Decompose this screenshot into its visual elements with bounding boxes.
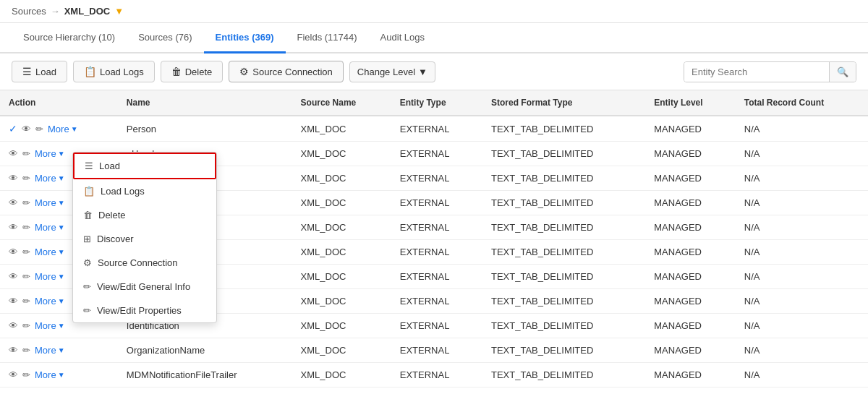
source-connection-button[interactable]: ⚙ Source Connection (229, 61, 344, 82)
search-icon[interactable]: 🔍 (829, 62, 856, 82)
view-icon[interactable]: 👁 (9, 173, 18, 184)
stored-format-cell: TEXT_TAB_DELIMITED (482, 265, 645, 289)
table-row: 👁✏More ▼MDMNotificationFileTrailerXML_DO… (0, 363, 868, 387)
view-icon[interactable]: 👁 (22, 124, 31, 134)
view-icon[interactable]: 👁 (9, 271, 18, 282)
source-name-cell: XML_DOC (292, 166, 391, 191)
entity-level-cell: MANAGED (645, 191, 735, 215)
col-name: Name (118, 90, 292, 116)
menu-view-edit-general-label: View/Edit General Info (97, 281, 190, 292)
breadcrumb-separator: → (51, 6, 60, 17)
load-button[interactable]: ☰ Load (12, 61, 67, 82)
menu-delete-label: Delete (98, 210, 126, 220)
edit-icon[interactable]: ✏ (22, 369, 30, 380)
check-icon[interactable]: ✓ (9, 123, 17, 134)
edit-icon[interactable]: ✏ (22, 345, 30, 356)
more-dropdown-button[interactable]: More ▼ (35, 296, 65, 307)
stored-format-cell: TEXT_TAB_DELIMITED (482, 191, 645, 215)
table-header-row: Action Name Source Name Entity Type Stor… (0, 90, 868, 116)
delete-label: Delete (185, 67, 213, 77)
entity-search-container: 🔍 (684, 61, 856, 82)
action-cell: ✓👁✏More ▼ (0, 116, 118, 142)
source-name-cell: XML_DOC (292, 240, 391, 265)
menu-item-view-edit-properties[interactable]: ✏ View/Edit Properties (73, 299, 216, 322)
edit-icon[interactable]: ✏ (35, 124, 43, 134)
menu-load-logs-icon: 📋 (83, 186, 95, 197)
more-dropdown-button[interactable]: More ▼ (35, 345, 65, 356)
entity-type-cell: EXTERNAL (391, 142, 482, 166)
source-name-cell: XML_DOC (292, 363, 391, 387)
menu-item-load[interactable]: ☰ Load (73, 153, 216, 179)
more-dropdown-button[interactable]: More ▼ (35, 148, 65, 159)
entity-type-cell: EXTERNAL (391, 116, 482, 142)
view-icon[interactable]: 👁 (9, 247, 18, 257)
entity-search-input[interactable] (684, 62, 829, 82)
record-count-cell: N/A (736, 314, 868, 338)
menu-delete-icon: 🗑 (83, 210, 93, 220)
menu-item-load-logs[interactable]: 📋 Load Logs (73, 179, 216, 203)
stored-format-cell: TEXT_TAB_DELIMITED (482, 166, 645, 191)
breadcrumb-dropdown-icon[interactable]: ▼ (114, 6, 124, 17)
breadcrumb-parent[interactable]: Sources (12, 6, 46, 17)
tabs-bar: Source Hierarchy (10) Sources (76) Entit… (0, 23, 868, 53)
record-count-cell: N/A (736, 191, 868, 215)
change-level-caret: ▼ (418, 67, 427, 77)
entity-type-cell: EXTERNAL (391, 289, 482, 314)
record-count-cell: N/A (736, 289, 868, 314)
tab-audit-logs[interactable]: Audit Logs (369, 23, 436, 53)
tab-entities[interactable]: Entities (369) (204, 23, 286, 53)
more-dropdown-button[interactable]: More ▼ (35, 197, 65, 208)
view-icon[interactable]: 👁 (9, 296, 18, 307)
stored-format-cell: TEXT_TAB_DELIMITED (482, 116, 645, 142)
menu-view-edit-properties-icon: ✏ (83, 305, 91, 316)
menu-view-edit-properties-label: View/Edit Properties (97, 305, 182, 316)
load-logs-icon: 📋 (84, 66, 96, 77)
more-dropdown-button[interactable]: More ▼ (35, 271, 65, 282)
more-dropdown-button[interactable]: More ▼ (35, 369, 65, 380)
load-logs-button[interactable]: 📋 Load Logs (73, 61, 155, 82)
menu-item-discover[interactable]: ⊞ Discover (73, 227, 216, 251)
menu-item-delete[interactable]: 🗑 Delete (73, 203, 216, 227)
edit-icon[interactable]: ✏ (22, 173, 30, 184)
source-connection-label: Source Connection (252, 67, 333, 77)
source-name-cell: XML_DOC (292, 191, 391, 215)
edit-icon[interactable]: ✏ (22, 247, 30, 257)
delete-icon: 🗑 (171, 66, 182, 77)
tab-sources[interactable]: Sources (76) (127, 23, 203, 53)
entity-level-cell: MANAGED (645, 338, 735, 363)
more-dropdown-button[interactable]: More ▼ (35, 222, 65, 233)
menu-item-source-connection[interactable]: ⚙ Source Connection (73, 251, 216, 275)
view-icon[interactable]: 👁 (9, 345, 18, 356)
edit-icon[interactable]: ✏ (22, 222, 30, 233)
tab-source-hierarchy[interactable]: Source Hierarchy (10) (12, 23, 127, 53)
menu-source-connection-label: Source Connection (98, 257, 178, 268)
breadcrumb: Sources → XML_DOC ▼ (0, 0, 868, 23)
menu-item-view-edit-general[interactable]: ✏ View/Edit General Info (73, 275, 216, 299)
view-icon[interactable]: 👁 (9, 369, 18, 380)
edit-icon[interactable]: ✏ (22, 197, 30, 208)
view-icon[interactable]: 👁 (9, 222, 18, 233)
source-name-cell: XML_DOC (292, 215, 391, 240)
edit-icon[interactable]: ✏ (22, 320, 30, 331)
edit-icon[interactable]: ✏ (22, 296, 30, 307)
more-dropdown-button[interactable]: More ▼ (48, 124, 78, 134)
entity-level-cell: MANAGED (645, 240, 735, 265)
menu-view-edit-general-icon: ✏ (83, 281, 91, 292)
name-cell: OrganizationName (118, 338, 292, 363)
entity-level-cell: MANAGED (645, 265, 735, 289)
view-icon[interactable]: 👁 (9, 148, 18, 159)
more-dropdown-button[interactable]: More ▼ (35, 320, 65, 331)
more-dropdown-button[interactable]: More ▼ (35, 173, 65, 184)
menu-discover-label: Discover (97, 234, 134, 244)
tab-fields[interactable]: Fields (11744) (286, 23, 369, 53)
entity-level-cell: MANAGED (645, 142, 735, 166)
more-dropdown-button[interactable]: More ▼ (35, 247, 65, 257)
edit-icon[interactable]: ✏ (22, 148, 30, 159)
delete-button[interactable]: 🗑 Delete (161, 61, 224, 82)
view-icon[interactable]: 👁 (9, 320, 18, 331)
change-level-dropdown[interactable]: Change Level ▼ (349, 61, 435, 82)
change-level-label: Change Level (357, 67, 415, 77)
menu-load-label: Load (99, 160, 120, 171)
edit-icon[interactable]: ✏ (22, 271, 30, 282)
view-icon[interactable]: 👁 (9, 197, 18, 208)
